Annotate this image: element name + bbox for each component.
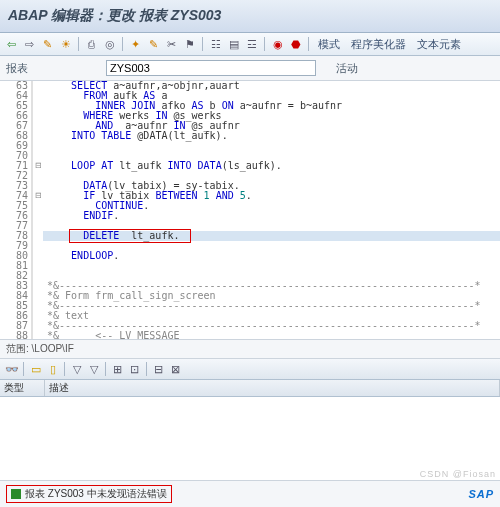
collapse-icon[interactable]: ⊟ xyxy=(151,362,166,377)
code-area: 6364656667686970717273747576777879808182… xyxy=(0,81,500,340)
col-desc[interactable]: 描述 xyxy=(45,380,500,396)
scope-text: 范围: \LOOP\IF xyxy=(6,343,74,354)
code-editor[interactable]: SELECT a~aufnr,a~objnr,auart FROM aufk A… xyxy=(43,81,500,339)
highlight-box xyxy=(69,229,191,243)
nav-scope: 范围: \LOOP\IF xyxy=(0,340,500,359)
help-icon[interactable]: ⬣ xyxy=(288,37,303,52)
col-type[interactable]: 类型 xyxy=(0,380,45,396)
overview-icon[interactable]: ▤ xyxy=(226,37,241,52)
separator xyxy=(146,362,147,376)
messages-toolbar: 👓 ▭ ▯ ▽ ▽ ⊞ ⊡ ⊟ ⊠ xyxy=(0,359,500,380)
messages-grid-header: 类型 描述 xyxy=(0,380,500,397)
fold-column: ⊟⊟ xyxy=(32,81,43,339)
filter-icon[interactable]: ▽ xyxy=(69,362,84,377)
messages-grid-body xyxy=(0,397,500,465)
activate-icon[interactable]: ✦ xyxy=(128,37,143,52)
check-icon[interactable]: ✎ xyxy=(146,37,161,52)
report-name-input[interactable] xyxy=(106,60,316,76)
hierarchy-icon[interactable]: ☷ xyxy=(208,37,223,52)
status-message: 报表 ZYS003 中未发现语法错误 xyxy=(6,485,172,503)
active-inactive-icon[interactable]: ⎙ xyxy=(84,37,99,52)
text-elements-link[interactable]: 文本元素 xyxy=(413,37,465,52)
line-gutter: 6364656667686970717273747576777879808182… xyxy=(0,81,32,339)
report-status: 活动 xyxy=(336,61,358,76)
separator xyxy=(78,37,79,51)
status-text: 报表 ZYS003 中未发现语法错误 xyxy=(25,487,167,501)
forward-icon[interactable]: ⇨ xyxy=(22,37,37,52)
separator xyxy=(264,37,265,51)
report-field-row: 报表 活动 xyxy=(0,56,500,81)
export-icon[interactable]: ⊞ xyxy=(110,362,125,377)
pretty-printer-link[interactable]: 程序美化器 xyxy=(347,37,410,52)
sap-logo: SAP xyxy=(468,488,494,500)
stack-icon[interactable]: ☲ xyxy=(244,37,259,52)
sort-icon[interactable]: ▽ xyxy=(86,362,101,377)
window-title: ABAP 编辑器：更改 报表 ZYS003 xyxy=(0,0,500,33)
separator xyxy=(64,362,65,376)
doc-icon[interactable]: ▭ xyxy=(28,362,43,377)
title-text: ABAP 编辑器：更改 报表 ZYS003 xyxy=(8,7,221,25)
where-used-icon[interactable]: ✂ xyxy=(164,37,179,52)
separator xyxy=(23,362,24,376)
separator xyxy=(202,37,203,51)
check-ok-icon xyxy=(11,489,21,499)
watermark: CSDN @Fiosan xyxy=(420,469,496,479)
separator xyxy=(308,37,309,51)
other-object-icon[interactable]: ✎ xyxy=(40,37,55,52)
test-icon[interactable]: ⚑ xyxy=(182,37,197,52)
separator xyxy=(122,37,123,51)
mode-link[interactable]: 模式 xyxy=(314,37,344,52)
expand-icon[interactable]: ⊠ xyxy=(168,362,183,377)
status-bar: 报表 ZYS003 中未发现语法错误 SAP xyxy=(0,480,500,507)
report-label: 报表 xyxy=(6,61,106,76)
breakpoint-icon[interactable]: ◉ xyxy=(270,37,285,52)
layout-icon[interactable]: ⊡ xyxy=(127,362,142,377)
separator xyxy=(105,362,106,376)
display-icon[interactable]: ◎ xyxy=(102,37,117,52)
enhance-icon[interactable]: ☀ xyxy=(58,37,73,52)
main-toolbar: ⇦ ⇨ ✎ ☀ ⎙ ◎ ✦ ✎ ✂ ⚑ ☷ ▤ ☲ ◉ ⬣ 模式 程序美化器 文… xyxy=(0,33,500,56)
glasses-icon[interactable]: 👓 xyxy=(4,362,19,377)
back-icon[interactable]: ⇦ xyxy=(4,37,19,52)
doc2-icon[interactable]: ▯ xyxy=(45,362,60,377)
